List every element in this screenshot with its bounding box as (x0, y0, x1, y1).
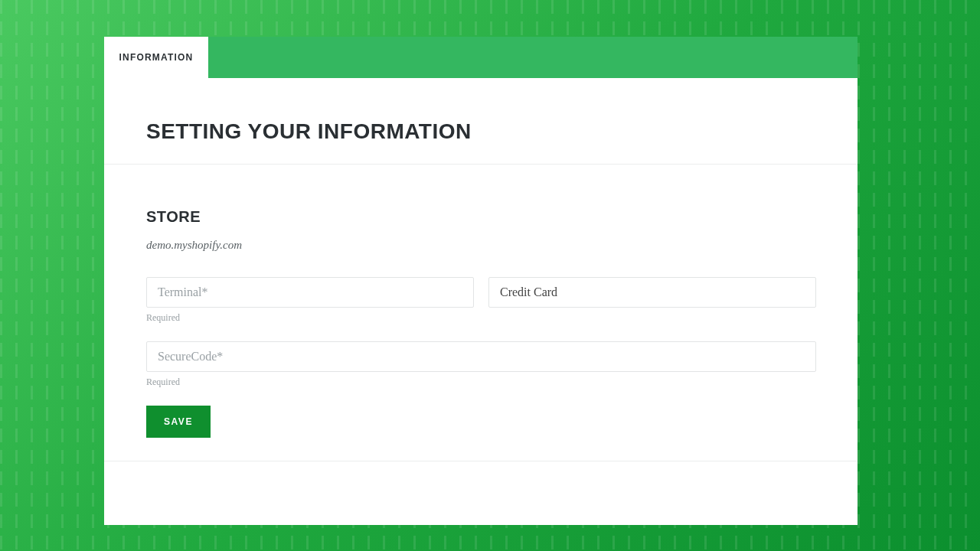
tab-strip: INFORMATION (104, 37, 858, 78)
divider (104, 461, 858, 461)
tab-information[interactable]: INFORMATION (104, 37, 208, 78)
settings-panel: INFORMATION SETTING YOUR INFORMATION STO… (104, 37, 858, 525)
securecode-input[interactable] (146, 341, 816, 372)
terminal-input[interactable] (146, 277, 474, 308)
label-input[interactable] (488, 277, 816, 308)
divider (104, 164, 858, 165)
terminal-helper: Required (146, 312, 180, 324)
page-title: SETTING YOUR INFORMATION (146, 119, 472, 144)
section-title-store: STORE (146, 208, 201, 226)
securecode-helper: Required (146, 377, 180, 388)
save-button[interactable]: SAVE (146, 406, 211, 438)
store-url: demo.myshopify.com (146, 239, 242, 252)
